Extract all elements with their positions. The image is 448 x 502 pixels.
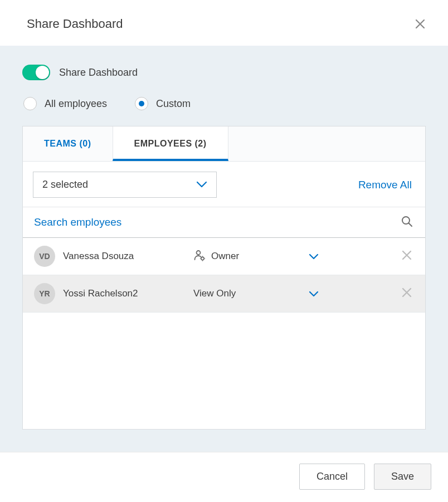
employee-rows: VD Vanessa Dsouza Owner bbox=[23, 238, 425, 429]
search-icon[interactable] bbox=[401, 215, 413, 230]
dialog-header: Share Dashboard bbox=[0, 0, 448, 46]
share-toggle[interactable] bbox=[22, 65, 50, 80]
role-cell[interactable]: View Only bbox=[193, 288, 299, 299]
remove-row-icon[interactable] bbox=[402, 287, 412, 300]
tabs: TEAMS (0) EMPLOYEES (2) bbox=[23, 126, 425, 162]
avatar: VD bbox=[34, 246, 55, 267]
chevron-down-icon bbox=[196, 179, 207, 191]
svg-point-2 bbox=[201, 257, 204, 260]
radio-custom[interactable]: Custom bbox=[135, 97, 191, 110]
employee-name: Yossi Rachelson2 bbox=[63, 288, 186, 299]
tab-teams[interactable]: TEAMS (0) bbox=[23, 126, 113, 161]
selected-count-dropdown[interactable]: 2 selected bbox=[33, 172, 217, 198]
dialog-title: Share Dashboard bbox=[27, 17, 123, 31]
dialog-body: Share Dashboard All employees Custom TEA… bbox=[0, 46, 448, 452]
chevron-down-icon[interactable] bbox=[307, 291, 320, 297]
employee-row: VD Vanessa Dsouza Owner bbox=[23, 238, 425, 275]
share-toggle-row: Share Dashboard bbox=[22, 65, 426, 80]
svg-point-1 bbox=[197, 251, 201, 255]
radio-circle bbox=[23, 97, 37, 110]
save-button[interactable]: Save bbox=[374, 464, 431, 490]
search-input[interactable] bbox=[34, 216, 401, 228]
role-label: Owner bbox=[211, 251, 239, 262]
employees-panel: TEAMS (0) EMPLOYEES (2) 2 selected Remov… bbox=[22, 126, 426, 430]
remove-row-icon[interactable] bbox=[402, 250, 412, 262]
share-toggle-label: Share Dashboard bbox=[59, 67, 138, 79]
chevron-down-icon[interactable] bbox=[307, 254, 320, 260]
radio-label-all: All employees bbox=[45, 98, 107, 110]
search-row bbox=[23, 207, 425, 238]
role-cell[interactable]: Owner bbox=[193, 249, 299, 264]
filter-row: 2 selected Remove All bbox=[23, 162, 425, 207]
role-label: View Only bbox=[193, 288, 236, 299]
radio-all-employees[interactable]: All employees bbox=[23, 97, 107, 110]
scope-row: All employees Custom bbox=[22, 97, 426, 110]
owner-icon bbox=[193, 249, 206, 264]
cancel-button[interactable]: Cancel bbox=[299, 464, 365, 490]
employee-row: YR Yossi Rachelson2 View Only bbox=[23, 275, 425, 313]
selected-count-label: 2 selected bbox=[42, 179, 88, 191]
radio-label-custom: Custom bbox=[156, 98, 191, 110]
remove-all-link[interactable]: Remove All bbox=[358, 179, 412, 191]
radio-circle bbox=[135, 97, 148, 110]
close-icon[interactable] bbox=[415, 18, 426, 30]
avatar: YR bbox=[34, 283, 55, 304]
share-dashboard-dialog: Share Dashboard Share Dashboard All empl… bbox=[0, 0, 448, 502]
employee-name: Vanessa Dsouza bbox=[63, 251, 186, 262]
dialog-footer: Cancel Save bbox=[0, 452, 448, 502]
tab-employees[interactable]: EMPLOYEES (2) bbox=[113, 126, 228, 161]
